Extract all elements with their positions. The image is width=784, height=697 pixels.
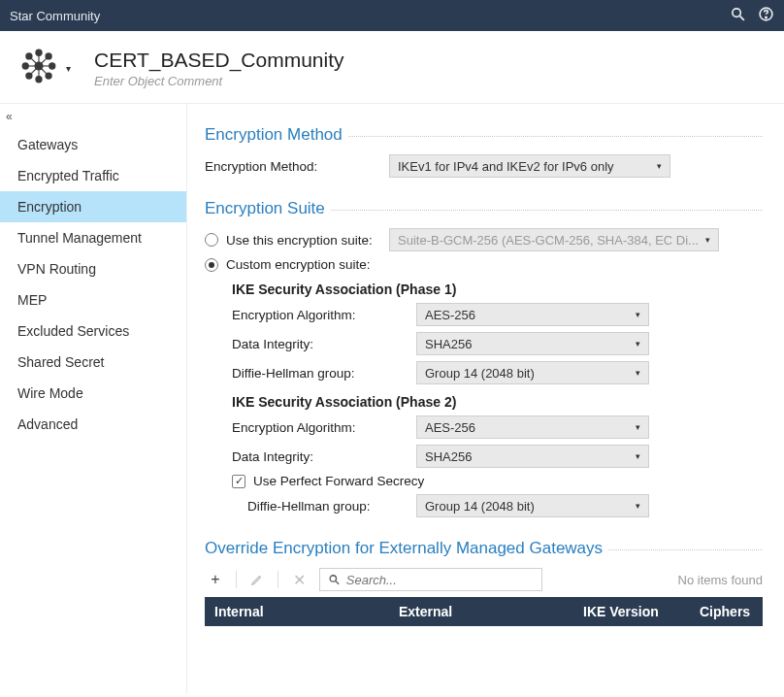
sidebar-item-wire-mode[interactable]: Wire Mode — [0, 378, 186, 409]
window-title: Star Community — [10, 9, 718, 23]
separator — [236, 571, 237, 588]
p2-int-label: Data Integrity: — [232, 449, 416, 464]
p1-int-dropdown[interactable]: SHA256▾ — [416, 332, 649, 355]
sidebar-item-mep[interactable]: MEP — [0, 284, 186, 315]
p2-enc-dropdown[interactable]: AES-256▾ — [416, 415, 649, 439]
add-icon[interactable]: + — [205, 569, 226, 590]
search-icon — [328, 573, 341, 586]
encryption-method-label: Encryption Method: — [205, 159, 389, 174]
sidebar-item-encryption[interactable]: Encryption — [0, 191, 186, 222]
override-toolbar: + ✕ No items found — [205, 568, 763, 591]
edit-icon[interactable] — [246, 569, 268, 590]
use-suite-dropdown[interactable]: Suite-B-GCM-256 (AES-GCM-256, SHA-384, E… — [389, 228, 719, 251]
sidebar-item-encrypted-traffic[interactable]: Encrypted Traffic — [0, 160, 186, 191]
title-bar: Star Community — [0, 0, 784, 31]
custom-suite-label: Custom encryption suite: — [226, 257, 371, 272]
sidebar-item-excluded-services[interactable]: Excluded Services — [0, 315, 186, 347]
section-encryption-suite: Encryption Suite — [205, 199, 763, 218]
svg-line-19 — [29, 66, 39, 76]
p1-enc-dropdown[interactable]: AES-256▾ — [416, 303, 649, 326]
page-title: CERT_BASED_Community — [94, 49, 344, 72]
sidebar-item-gateways[interactable]: Gateways — [0, 129, 186, 160]
comment-field[interactable]: Enter Object Comment — [94, 74, 344, 88]
use-suite-radio[interactable] — [205, 233, 218, 247]
p1-dh-label: Diffie-Hellman group: — [232, 366, 416, 381]
svg-point-0 — [733, 9, 741, 17]
col-ike: IKE Version — [583, 604, 700, 619]
p2-dh-label: Diffie-Hellman group: — [247, 499, 416, 514]
sidebar-item-tunnel-management[interactable]: Tunnel Management — [0, 222, 186, 253]
icon-dropdown[interactable]: ▾ — [66, 63, 71, 74]
collapse-handle-icon[interactable]: « — [0, 110, 186, 129]
phase2-title: IKE Security Association (Phase 2) — [232, 394, 763, 410]
svg-point-3 — [766, 17, 767, 17]
override-table-header: Internal External IKE Version Ciphers — [205, 597, 763, 626]
svg-line-1 — [740, 17, 744, 20]
svg-line-18 — [39, 56, 49, 66]
svg-line-17 — [29, 56, 39, 66]
community-icon — [17, 45, 60, 91]
encryption-method-dropdown[interactable]: IKEv1 for IPv4 and IKEv2 for IPv6 only▾ — [389, 154, 670, 178]
sidebar: « Gateways Encrypted Traffic Encryption … — [0, 104, 187, 694]
col-ciphers: Ciphers — [700, 604, 753, 619]
content: Encryption Method Encryption Method: IKE… — [187, 104, 784, 694]
use-suite-label: Use this encryption suite: — [226, 233, 389, 248]
phase1-title: IKE Security Association (Phase 1) — [232, 282, 763, 297]
p2-enc-label: Encryption Algorithm: — [232, 420, 416, 435]
col-internal: Internal — [214, 604, 399, 619]
custom-suite-radio[interactable] — [205, 258, 218, 272]
section-override: Override Encryption for Externally Manag… — [205, 539, 763, 558]
help-icon[interactable] — [758, 6, 774, 25]
search-input[interactable] — [346, 573, 534, 587]
search-input-wrap[interactable] — [319, 568, 542, 591]
section-encryption-method: Encryption Method — [205, 125, 763, 145]
separator — [278, 571, 278, 588]
p1-int-label: Data Integrity: — [232, 337, 416, 351]
pfs-label: Use Perfect Forward Secrecy — [253, 474, 424, 488]
header: ▾ CERT_BASED_Community Enter Object Comm… — [0, 31, 784, 104]
svg-line-20 — [39, 66, 49, 76]
p1-dh-dropdown[interactable]: Group 14 (2048 bit)▾ — [416, 361, 649, 384]
p1-enc-label: Encryption Algorithm: — [232, 308, 416, 322]
p2-int-dropdown[interactable]: SHA256▾ — [416, 445, 649, 468]
p2-dh-dropdown[interactable]: Group 14 (2048 bit)▾ — [416, 494, 649, 517]
pfs-checkbox[interactable] — [232, 475, 245, 488]
col-external: External — [399, 604, 583, 619]
sidebar-item-shared-secret[interactable]: Shared Secret — [0, 347, 186, 378]
svg-line-22 — [336, 581, 339, 584]
svg-point-21 — [330, 576, 336, 581]
sidebar-item-advanced[interactable]: Advanced — [0, 409, 186, 440]
search-icon[interactable] — [730, 6, 746, 25]
sidebar-item-vpn-routing[interactable]: VPN Routing — [0, 253, 186, 284]
no-items-text: No items found — [678, 573, 763, 587]
delete-icon[interactable]: ✕ — [288, 569, 310, 590]
